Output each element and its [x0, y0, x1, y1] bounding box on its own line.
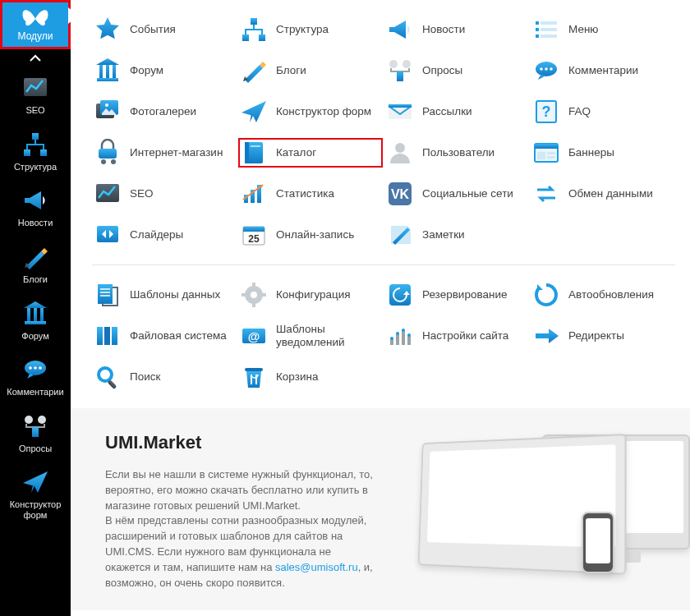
comments-icon: [21, 356, 49, 384]
seo-icon: [94, 180, 122, 208]
module-catalog[interactable]: Каталог: [238, 138, 383, 168]
structure-icon: [21, 131, 49, 159]
module-menu[interactable]: Меню: [531, 15, 675, 44]
module-backup[interactable]: Резервирование: [384, 280, 529, 310]
module-label: Конструктор форм: [276, 105, 371, 118]
redirects-icon: [532, 322, 560, 350]
sidebar-item-label: Блоги: [23, 274, 48, 285]
module-comments[interactable]: Комментарии: [531, 56, 675, 85]
module-label: Статистика: [276, 187, 334, 200]
module-faq[interactable]: FAQ: [531, 97, 675, 126]
module-notes[interactable]: Заметки: [384, 220, 529, 250]
module-label: Интернет-магазин: [130, 146, 223, 159]
module-label: Файловая система: [130, 329, 227, 342]
module-sitesettings[interactable]: Настройки сайта: [384, 321, 529, 351]
module-star[interactable]: События: [92, 15, 237, 44]
forum-icon: [94, 57, 122, 85]
module-label: Поиск: [130, 370, 160, 384]
structure-icon: [240, 16, 268, 44]
seo-icon: [21, 74, 49, 102]
comments-icon: [532, 57, 560, 85]
pencils-icon: [21, 243, 49, 271]
autoupdate-icon: [532, 281, 560, 309]
gallery-icon: [94, 98, 122, 126]
module-pencils[interactable]: Блоги: [238, 56, 383, 85]
sidebar-item-label: Структура: [14, 162, 57, 172]
module-config[interactable]: Конфигурация: [238, 280, 383, 310]
module-structure[interactable]: Структура: [238, 15, 383, 44]
module-label: Конфигурация: [276, 288, 351, 301]
module-forum[interactable]: Форум: [92, 56, 237, 85]
module-sliders[interactable]: Слайдеры: [92, 220, 237, 250]
cart-icon: [94, 139, 122, 167]
promo-email-link[interactable]: sales@umisoft.ru: [275, 561, 358, 573]
catalog-icon: [240, 139, 268, 167]
module-calendar[interactable]: Онлайн-запись: [238, 220, 383, 250]
chevron-up-icon[interactable]: [0, 49, 71, 66]
module-templates[interactable]: Шаблоны данных: [92, 280, 237, 310]
stats-icon: [240, 180, 268, 208]
menu-icon: [532, 16, 560, 44]
sidebar-item-label: Форум: [21, 331, 48, 342]
promo-title: UMI.Market: [105, 430, 376, 456]
module-trash[interactable]: Корзина: [238, 362, 383, 392]
sidebar-item-paperplane[interactable]: Конструктор форм: [0, 460, 71, 526]
sidebar-modules-button[interactable]: Модули: [0, 0, 71, 49]
module-gallery[interactable]: Фотогалереи: [92, 97, 237, 126]
module-search[interactable]: Поиск: [92, 362, 237, 392]
module-cart[interactable]: Интернет-магазин: [92, 138, 237, 168]
module-label: Новости: [422, 23, 465, 36]
module-label: Шаблоны уведомлений: [276, 323, 381, 348]
module-files[interactable]: Файловая система: [92, 321, 237, 351]
butterfly-icon: [21, 7, 49, 29]
sidebar-item-forum[interactable]: Форум: [0, 292, 71, 348]
module-label: Фотогалереи: [130, 105, 196, 118]
module-label: SEO: [130, 187, 154, 200]
module-label: Форум: [130, 64, 163, 77]
sidebar-item-comments[interactable]: Комментарии: [0, 347, 71, 404]
sidebar-item-seo[interactable]: SEO: [0, 66, 71, 122]
calendar-icon: [240, 221, 268, 249]
module-stats[interactable]: Статистика: [238, 179, 383, 209]
megaphone-icon: [386, 16, 414, 44]
module-label: Каталог: [276, 146, 316, 159]
module-label: Корзина: [276, 370, 318, 384]
main-panel: События Структура Новости Меню Форум Бло…: [71, 0, 690, 616]
module-label: FAQ: [568, 105, 591, 118]
module-label: Социальные сети: [422, 187, 513, 200]
sidebar-item-pencils[interactable]: Блоги: [0, 235, 71, 292]
umi-market-promo: UMI.Market Если вы не нашли в системе ну…: [71, 408, 690, 610]
sidebar-item-label: Конструктор форм: [2, 499, 69, 520]
sidebar-item-megaphone[interactable]: Новости: [0, 178, 71, 235]
sidebar-item-polls[interactable]: Опросы: [0, 404, 71, 461]
templates-icon: [94, 281, 122, 309]
backup-icon: [386, 281, 414, 309]
module-banners[interactable]: Баннеры: [531, 138, 675, 168]
module-exchange[interactable]: Обмен данными: [531, 179, 675, 209]
module-redirects[interactable]: Редиректы: [531, 321, 675, 351]
sidebar-item-structure[interactable]: Структура: [0, 122, 71, 179]
module-paperplane[interactable]: Конструктор форм: [238, 97, 383, 126]
module-mailtpl[interactable]: Шаблоны уведомлений: [238, 321, 383, 351]
user-icon: [386, 139, 414, 167]
module-mail[interactable]: Рассылки: [384, 97, 529, 126]
mailtpl-icon: [240, 322, 268, 350]
module-user[interactable]: Пользователи: [384, 138, 529, 168]
module-megaphone[interactable]: Новости: [384, 15, 529, 44]
promo-devices-image: [393, 430, 665, 594]
promo-text-2: В нём представлены сотни разнообразных м…: [105, 513, 376, 591]
module-label: Пользователи: [422, 146, 494, 159]
module-seo[interactable]: SEO: [92, 179, 237, 209]
module-label: Резервирование: [422, 288, 507, 301]
files-icon: [94, 322, 122, 350]
module-autoupdate[interactable]: Автообновления: [531, 280, 675, 310]
sidebar-modules-label: Модули: [18, 30, 53, 42]
module-polls[interactable]: Опросы: [384, 56, 529, 85]
sitesettings-icon: [386, 322, 414, 350]
modules-grid: События Структура Новости Меню Форум Бло…: [92, 15, 682, 392]
star-icon: [94, 16, 122, 44]
module-vk[interactable]: Социальные сети: [384, 179, 529, 209]
module-label: События: [130, 23, 176, 36]
trash-icon: [240, 363, 268, 391]
megaphone-icon: [21, 186, 49, 214]
